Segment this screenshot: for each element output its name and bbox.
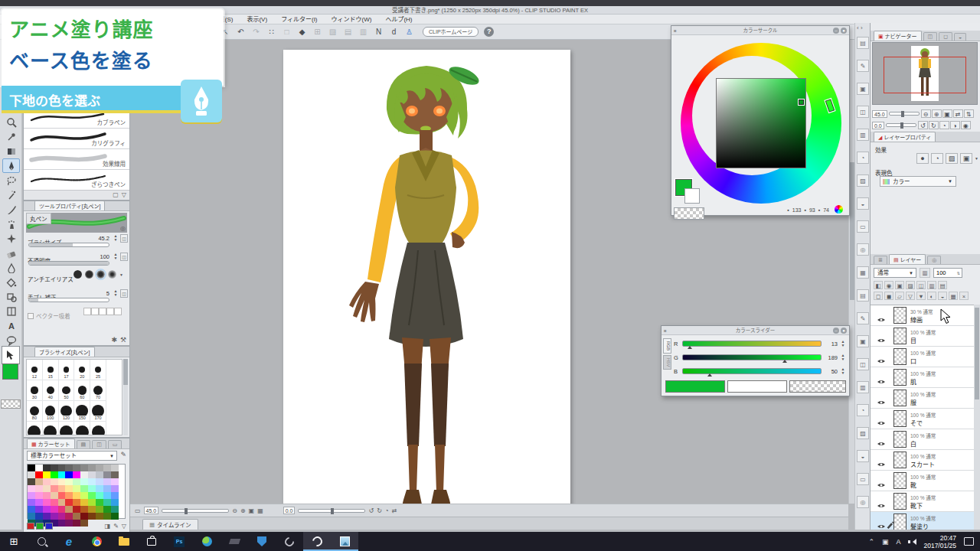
wedge-taskbar-icon[interactable] xyxy=(220,532,248,551)
earth-taskbar-icon[interactable] xyxy=(193,532,220,551)
palette-swatch[interactable] xyxy=(111,506,119,513)
pen-tool-icon[interactable] xyxy=(2,158,20,173)
dock-panel-icon[interactable]: ▥ xyxy=(857,129,869,141)
layer-row[interactable]: 100 % 通常白 xyxy=(871,429,975,450)
layer-visibility-icon[interactable] xyxy=(877,457,886,471)
brush-size-option[interactable]: 80 xyxy=(27,401,43,422)
palette-swatch[interactable] xyxy=(111,513,119,520)
navigator-view-rect[interactable] xyxy=(884,57,966,93)
palette-swatch[interactable] xyxy=(88,499,96,506)
slider-background-swatch[interactable] xyxy=(727,380,787,393)
slider-handle-icon[interactable] xyxy=(688,346,692,349)
dock-panel-icon[interactable]: ▣ xyxy=(857,83,869,95)
clip-below-icon[interactable]: ◧ xyxy=(874,281,883,289)
edit-color-icon[interactable]: ✎ xyxy=(113,523,119,530)
dock-panel-icon[interactable]: ▨ xyxy=(857,174,869,187)
palette-swatch[interactable] xyxy=(88,513,96,520)
property-source-icon[interactable]: ◫ xyxy=(120,253,128,261)
layer-visibility-icon[interactable] xyxy=(877,519,886,530)
brush-size-option[interactable]: 150 xyxy=(74,401,90,422)
vector-snap-checkbox[interactable] xyxy=(28,313,34,319)
segment-box[interactable] xyxy=(91,308,99,315)
palette-swatch[interactable] xyxy=(28,485,35,492)
dock-panel-icon[interactable]: ◫ xyxy=(857,106,869,118)
background-color-swatch[interactable] xyxy=(684,188,700,204)
navigator-tab[interactable]: ▣ ナビゲーター xyxy=(874,31,922,41)
palette-swatch[interactable] xyxy=(73,465,80,471)
wrench-icon[interactable]: ⚒ xyxy=(120,336,126,344)
palette-swatch[interactable] xyxy=(35,465,43,471)
tray-chevron-up-icon[interactable]: ⌃ xyxy=(868,538,874,546)
delete-color-icon[interactable]: ▽ xyxy=(122,523,126,530)
text-tool-icon[interactable]: A xyxy=(2,318,20,333)
replace-color-icon[interactable]: ◨ xyxy=(105,523,111,530)
palette-swatch[interactable] xyxy=(35,499,43,506)
snap-pen-icon[interactable]: ◆ xyxy=(296,26,309,37)
edge-taskbar-icon[interactable]: e xyxy=(55,532,83,551)
segment-box[interactable] xyxy=(83,308,91,315)
search-taskbar-icon[interactable] xyxy=(28,532,55,551)
palette-swatch[interactable] xyxy=(35,492,43,499)
brush-size-option[interactable]: 15 xyxy=(43,360,59,380)
close-icon[interactable]: ● xyxy=(841,328,847,334)
create-mask-icon[interactable]: ◐ xyxy=(927,292,936,300)
hsv-tab[interactable]: HSV xyxy=(663,355,671,370)
combine-palette-icon[interactable]: ▥ xyxy=(920,268,930,278)
palette-swatch[interactable] xyxy=(65,471,73,478)
select-area-icon[interactable]: ∷ xyxy=(265,26,278,37)
spinner-icon[interactable]: ▲▼ xyxy=(113,289,119,298)
palette-swatch[interactable] xyxy=(65,492,73,499)
palette-swatch[interactable] xyxy=(96,465,103,471)
palette-swatch[interactable] xyxy=(51,465,58,471)
zoom-out-icon[interactable]: ⊖ xyxy=(921,109,931,118)
menu-item[interactable]: 表示(V) xyxy=(240,15,274,24)
palette-swatch[interactable] xyxy=(80,513,88,520)
layer-tab[interactable]: ▤ レイヤー xyxy=(889,254,926,264)
eyedropper-tool-icon[interactable] xyxy=(2,129,20,144)
canvas-zoom-slider[interactable] xyxy=(162,509,229,513)
snap-ruler-icon[interactable]: ▨ xyxy=(326,26,339,37)
palette-swatch[interactable] xyxy=(28,492,35,499)
zoom-in-icon[interactable]: ⊕ xyxy=(240,507,246,514)
layer-row[interactable]: 100 % 通常口 xyxy=(871,347,975,367)
palette-swatch[interactable] xyxy=(43,492,51,499)
layer-visibility-icon[interactable] xyxy=(877,354,886,367)
rotate-ccw-icon[interactable]: ↺ xyxy=(368,507,374,514)
information-tab[interactable]: ◻ xyxy=(939,32,952,41)
palette-swatch[interactable] xyxy=(51,492,58,499)
dock-panel-icon[interactable]: ▥ xyxy=(857,381,869,393)
menu-item[interactable]: フィルター(I) xyxy=(274,15,324,24)
dock-panel-icon[interactable]: ▦ xyxy=(857,266,869,279)
subview-tab[interactable]: ◫ xyxy=(923,32,938,41)
palette-swatch[interactable] xyxy=(43,506,51,513)
palette-swatch[interactable] xyxy=(65,499,73,506)
canvas-rotate-slider[interactable] xyxy=(298,509,365,513)
reset-rotate-icon[interactable]: ◔ xyxy=(385,507,389,514)
add-subtool-icon[interactable]: ▢ xyxy=(113,191,119,199)
palette-swatch[interactable] xyxy=(103,465,111,471)
dock-panel-icon[interactable]: ▤ xyxy=(857,37,869,49)
brush-size-option[interactable]: 300 xyxy=(59,422,75,435)
palette-swatch[interactable] xyxy=(35,478,43,485)
color-set-preset-dropdown[interactable]: 標準カラーセット▼ xyxy=(27,451,117,461)
property-slider[interactable] xyxy=(28,243,109,247)
layer-visibility-icon[interactable] xyxy=(877,436,886,450)
enable-mask-icon[interactable]: ◫ xyxy=(916,281,926,289)
brush-size-option[interactable]: 120 xyxy=(59,401,75,422)
palette-swatch[interactable] xyxy=(88,465,96,471)
palette-swatch[interactable] xyxy=(103,471,111,478)
subtool-item[interactable]: 効果線用 xyxy=(24,149,129,170)
antialias-option-icon[interactable] xyxy=(108,270,116,279)
saturation-value-square[interactable] xyxy=(716,78,806,168)
airbrush-tool-icon[interactable] xyxy=(2,217,20,231)
palette-swatch[interactable] xyxy=(103,513,111,520)
fit-screen-icon[interactable]: ▣ xyxy=(249,507,255,514)
chrome-taskbar-icon[interactable] xyxy=(83,532,110,551)
tool-property-tab[interactable]: ツールプロパティ[丸ペン] xyxy=(34,201,105,210)
spinner-icon[interactable]: ▲▼ xyxy=(840,354,846,362)
tool-foreground-color-swatch[interactable] xyxy=(2,364,18,380)
palette-swatch[interactable] xyxy=(73,492,80,499)
rotate-cw-icon[interactable]: ↻ xyxy=(377,507,382,514)
color-mode-icon[interactable] xyxy=(835,205,843,214)
start-taskbar-icon[interactable]: ⊞ xyxy=(0,532,28,551)
